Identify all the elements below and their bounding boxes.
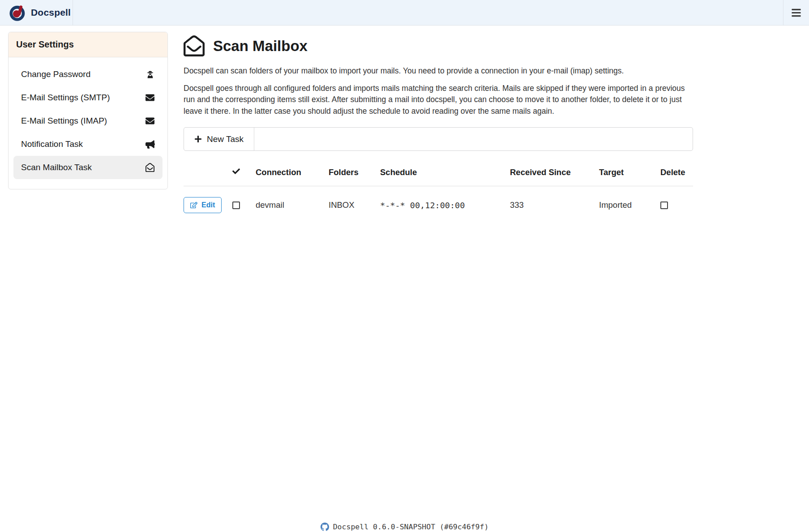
delete-column-header: Delete xyxy=(660,163,693,186)
plus-icon xyxy=(194,135,202,143)
intro-paragraph-1: Docspell can scan folders of your mailbo… xyxy=(184,65,693,77)
user-secret-icon xyxy=(145,70,155,79)
connection-cell: devmail xyxy=(256,186,329,218)
version-footer-link[interactable]: Docspell 0.6.0-SNAPSHOT (#69c46f9f) xyxy=(0,523,809,531)
target-cell: Imported xyxy=(599,186,660,218)
navbar-spacer xyxy=(73,0,783,25)
table-header-row: Connection Folders Schedule Received Sin… xyxy=(184,163,693,186)
edit-icon xyxy=(190,202,197,209)
envelope-open-icon xyxy=(184,35,205,56)
target-column-header: Target xyxy=(599,163,660,186)
sidebar-item-notification-task[interactable]: Notification Task xyxy=(13,133,163,156)
folders-cell: INBOX xyxy=(329,186,380,218)
enabled-column-header xyxy=(232,163,256,186)
brand-title: Docspell xyxy=(31,7,71,18)
edit-label: Edit xyxy=(201,201,215,209)
sidebar-item-label: Notification Task xyxy=(21,139,83,149)
page-title: Scan Mailbox xyxy=(184,35,693,56)
menu-toggle-button[interactable] xyxy=(783,0,809,25)
check-icon xyxy=(232,167,240,175)
hamburger-icon xyxy=(791,8,801,18)
edit-column-header xyxy=(184,163,232,186)
sidebar-item-label: E-Mail Settings (SMTP) xyxy=(21,93,110,103)
connection-column-header: Connection xyxy=(256,163,329,186)
docspell-logo-icon xyxy=(9,4,26,21)
sidebar-item-smtp-settings[interactable]: E-Mail Settings (SMTP) xyxy=(13,86,163,109)
sidebar-title: User Settings xyxy=(9,32,167,57)
sidebar-item-imap-settings[interactable]: E-Mail Settings (IMAP) xyxy=(13,109,163,133)
bullhorn-icon xyxy=(145,140,155,149)
top-navbar: Docspell xyxy=(0,0,809,26)
schedule-column-header: Schedule xyxy=(380,163,510,186)
schedule-cell: *-*-* 00,12:00:00 xyxy=(380,186,510,218)
received-since-cell: 333 xyxy=(510,186,599,218)
table-row: Edit devmail INBOX *-*-* 00,12:00:00 333… xyxy=(184,186,693,218)
sidebar-item-scan-mailbox-task[interactable]: Scan Mailbox Task xyxy=(13,156,163,179)
github-icon xyxy=(321,523,329,531)
sidebar-item-label: Change Password xyxy=(21,69,90,79)
task-toolbar: New Task xyxy=(184,127,693,151)
envelope-icon xyxy=(145,116,155,125)
enabled-checkbox[interactable] xyxy=(232,202,240,209)
delete-checkbox[interactable] xyxy=(660,202,668,209)
new-task-button[interactable]: New Task xyxy=(184,128,254,150)
intro-paragraph-2: Docspell goes through all configured fol… xyxy=(184,83,693,117)
settings-sidebar: User Settings Change Password E-Mail xyxy=(8,32,168,189)
edit-task-button[interactable]: Edit xyxy=(184,197,222,213)
sidebar-item-change-password[interactable]: Change Password xyxy=(13,63,163,86)
sidebar-item-label: Scan Mailbox Task xyxy=(21,163,92,172)
version-text: Docspell 0.6.0-SNAPSHOT (#69c46f9f) xyxy=(333,523,489,531)
sidebar-item-label: E-Mail Settings (IMAP) xyxy=(21,116,107,126)
page-title-text: Scan Mailbox xyxy=(213,38,308,55)
envelope-icon xyxy=(145,93,155,102)
folders-column-header: Folders xyxy=(329,163,380,186)
received-since-column-header: Received Since xyxy=(510,163,599,186)
envelope-open-icon xyxy=(145,163,155,172)
new-task-label: New Task xyxy=(207,134,244,144)
brand-link[interactable]: Docspell xyxy=(0,0,73,25)
scan-mailbox-task-table: Connection Folders Schedule Received Sin… xyxy=(184,163,693,218)
main-content: Scan Mailbox Docspell can scan folders o… xyxy=(184,32,693,218)
